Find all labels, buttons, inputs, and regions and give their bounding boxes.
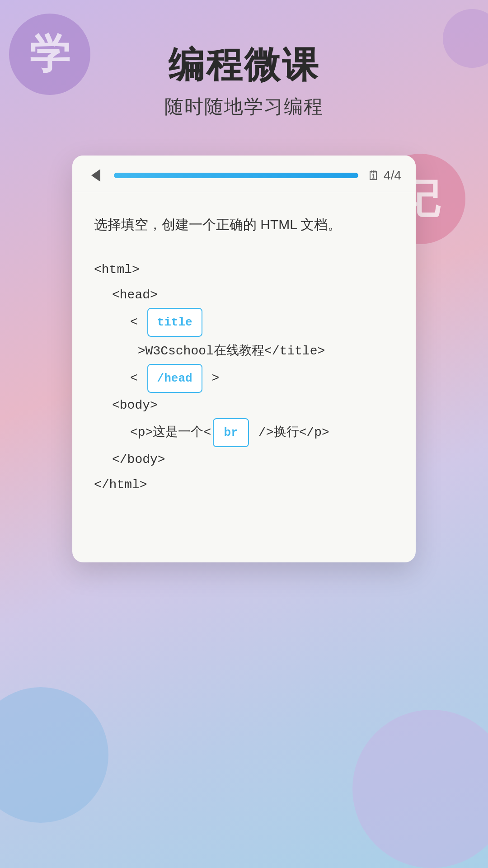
card-body: 选择填空，创建一个正确的 HTML 文档。 <html> <head> < ti…: [72, 192, 416, 525]
blank-chip-head[interactable]: /head: [147, 364, 202, 393]
back-button[interactable]: [87, 166, 105, 184]
calendar-icon: 🗓: [367, 168, 380, 183]
code-text-5: <body>: [112, 393, 158, 418]
blank-chip-title[interactable]: title: [147, 308, 202, 337]
code-line-4: < /head >: [94, 364, 394, 393]
code-block: <html> <head> < title >W3Cschool在线教程</ti…: [94, 257, 394, 498]
code-text-7: </body>: [112, 447, 165, 472]
code-text-6a: <p>这是一个<: [130, 420, 211, 445]
question-instruction: 选择填空，创建一个正确的 HTML 文档。: [94, 214, 394, 236]
card: 🗓 4/4 选择填空，创建一个正确的 HTML 文档。 <html> <head…: [72, 156, 416, 562]
back-icon: [91, 169, 100, 182]
progress-bar-fill: [114, 173, 358, 178]
bg-blob-bottom-left: [0, 687, 108, 823]
app-title: 编程微课: [0, 45, 488, 85]
code-text-4a: <: [130, 366, 145, 391]
code-line-2: <head>: [94, 283, 394, 308]
code-line-5: <body>: [94, 393, 394, 418]
header: 编程微课 随时随地学习编程: [0, 0, 488, 119]
code-text-3b: >W3Cschool在线教程</title>: [130, 339, 325, 364]
code-line-8: </html>: [94, 472, 394, 498]
page-indicator: 🗓 4/4: [367, 168, 401, 183]
code-text-3a: <: [130, 310, 145, 335]
app-subtitle: 随时随地学习编程: [0, 94, 488, 119]
code-line-3: < title >W3Cschool在线教程</title>: [94, 308, 394, 364]
code-line-6: <p>这是一个< br />换行</p>: [94, 418, 394, 447]
code-text-8: </html>: [94, 472, 147, 498]
code-text-4b: >: [204, 366, 220, 391]
card-header: 🗓 4/4: [72, 156, 416, 192]
card-container: 🗓 4/4 选择填空，创建一个正确的 HTML 文档。 <html> <head…: [72, 156, 416, 562]
page-indicator-text: 4/4: [384, 168, 401, 183]
code-text-1: <html>: [94, 257, 140, 283]
code-line-7: </body>: [94, 447, 394, 472]
bg-blob-bottom-right: [352, 710, 488, 868]
blank-chip-br[interactable]: br: [213, 418, 249, 447]
code-line-1: <html>: [94, 257, 394, 283]
progress-bar-track: [114, 173, 358, 178]
code-text-6b: />换行</p>: [251, 420, 329, 445]
code-text-2: <head>: [112, 283, 158, 308]
